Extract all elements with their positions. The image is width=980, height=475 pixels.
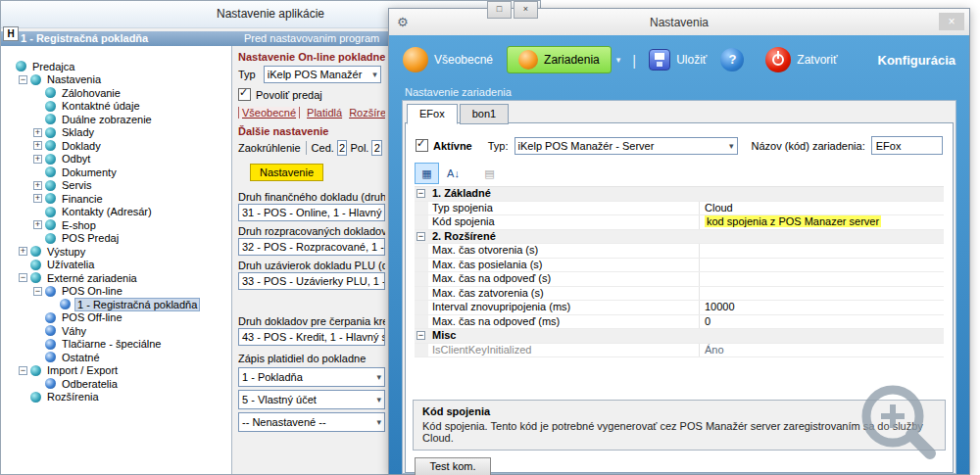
expand-icon[interactable]: +	[33, 155, 42, 164]
expand-icon[interactable]: +	[19, 247, 27, 256]
property-value[interactable]	[700, 287, 944, 301]
zoom-watermark-icon	[848, 374, 946, 467]
tree-item[interactable]: Váhy	[1, 324, 231, 338]
property-value[interactable]: 10000	[700, 301, 944, 314]
tree-item[interactable]: Kontaktné údaje	[1, 100, 231, 114]
grid-row[interactable]: Max. čas zatvorenia (s)	[415, 287, 944, 302]
tree-item[interactable]: −Externé zariadenia	[1, 271, 231, 285]
collapse-icon[interactable]: −	[416, 189, 425, 198]
property-value[interactable]	[700, 272, 944, 286]
property-value[interactable]: Cloud	[700, 202, 944, 215]
tree-item[interactable]: Rozšírenia	[1, 391, 231, 404]
collapse-icon[interactable]: −	[19, 75, 27, 84]
test-kom-button[interactable]: Test kom.	[415, 457, 491, 475]
property-value[interactable]	[699, 187, 944, 201]
tree-item[interactable]: +Výstupy	[1, 245, 231, 259]
tab-bon1[interactable]: bon1	[460, 104, 509, 124]
grid-row[interactable]: Max. čas posielania (s)	[415, 259, 944, 273]
tree-item[interactable]: Dokumenty	[1, 166, 231, 179]
property-value[interactable]	[700, 244, 944, 258]
aktivne-checkbox[interactable]: ✓	[416, 139, 428, 152]
property-value[interactable]: 0	[700, 315, 944, 329]
tree-item[interactable]: Užívatelia	[1, 259, 231, 272]
ced-input[interactable]: 2	[337, 140, 348, 156]
expand-icon[interactable]: +	[33, 220, 42, 229]
tree-item[interactable]: +Servis	[1, 179, 231, 193]
categorized-view-button[interactable]: ▦	[415, 163, 439, 184]
property-value[interactable]	[699, 329, 944, 343]
expand-icon[interactable]: +	[33, 141, 42, 150]
typ-combobox[interactable]: iKelp POS Manažér ▾	[264, 66, 381, 83]
zariadenia-button[interactable]: Zariadenia	[507, 46, 612, 73]
payment-select[interactable]: 1 - Pokladňa▾	[238, 367, 385, 387]
vseobecne-button[interactable]: Všeobecné	[403, 47, 493, 72]
nastavenie-button[interactable]: Nastavenie	[250, 164, 323, 181]
collapse-icon[interactable]: −	[19, 273, 27, 282]
field-input[interactable]: 32 - POS - Rozpracované, 1 - Hlavn	[238, 238, 385, 256]
grid-category-row[interactable]: −Misc	[415, 329, 944, 344]
povolit-predaj-checkbox[interactable]: ✓	[238, 88, 251, 101]
collapse-icon[interactable]: −	[33, 287, 42, 296]
collapse-icon[interactable]: −	[19, 366, 27, 375]
grid-category-row[interactable]: −1. Základné	[415, 187, 944, 202]
expand-icon[interactable]: +	[33, 181, 42, 190]
collapse-icon[interactable]: −	[416, 331, 425, 340]
tree-item[interactable]: Tlačiarne - špeciálne	[1, 338, 231, 352]
subtab-1[interactable]: Všeobecné	[238, 107, 300, 119]
grid-row[interactable]: IsClientKeyInitializedÁno	[415, 344, 944, 358]
maximize-button[interactable]: □	[487, 1, 512, 19]
ulozit-button[interactable]: Uložiť	[649, 49, 707, 71]
tree-item[interactable]: Zálohovanie	[1, 86, 231, 100]
tree-item[interactable]: +Financie	[1, 192, 231, 206]
payment-select[interactable]: -- Nenastavené --▾	[238, 412, 385, 432]
tree-item[interactable]: +Odbyt	[1, 153, 231, 166]
hotkey-badge: H	[3, 26, 19, 41]
payment-select[interactable]: 5 - Vlastný účet▾	[238, 390, 385, 409]
grid-row[interactable]: Interval znovupripojenia (ms)10000	[415, 301, 944, 315]
collapse-icon[interactable]: −	[416, 232, 425, 241]
device-name-input[interactable]: EFox	[871, 136, 943, 155]
field-input[interactable]: 31 - POS - Online, 1 - Hlavný sklad	[238, 204, 385, 221]
tree-item[interactable]: −POS On-line	[1, 285, 231, 299]
property-value[interactable]	[700, 259, 944, 272]
expand-icon[interactable]: +	[33, 194, 42, 203]
tree-item[interactable]: Predajca	[1, 60, 231, 73]
tree-item[interactable]: Kontakty (Adresár)	[1, 206, 231, 219]
property-value[interactable]: Áno	[700, 344, 944, 357]
tree-item[interactable]: +Sklady	[1, 126, 231, 140]
grid-row[interactable]: Kód spojeniakod spojenia z POS Manazer s…	[415, 215, 944, 230]
expand-icon[interactable]: +	[33, 128, 42, 137]
field-input[interactable]: 33 - POS - Uzávierky PLU, 1 - Hlavn	[238, 272, 385, 290]
tree-item[interactable]: 1 - Registračná pokladňa	[1, 298, 231, 311]
tree-item[interactable]: Odberatelia	[1, 377, 231, 391]
close-button[interactable]: ×	[514, 1, 538, 19]
grid-category-row[interactable]: −2. Rozšírené	[415, 230, 944, 245]
dialog-close-button[interactable]: ×	[939, 13, 964, 30]
tree-item[interactable]: −Import / Export	[1, 364, 231, 378]
subtab-3[interactable]: Rozšíre	[349, 107, 385, 119]
property-pages-button[interactable]: ▤	[477, 163, 502, 184]
grid-row[interactable]: Max. čas otvorenia (s)	[415, 244, 944, 259]
subtab-2[interactable]: Platidlá	[307, 107, 342, 119]
zatvorit-button[interactable]: Zatvoriť	[765, 47, 837, 72]
property-value[interactable]: kod spojenia z POS Manazer server	[700, 215, 944, 229]
tab-EFox[interactable]: EFox	[407, 104, 458, 124]
tree-item[interactable]: POS Predaj	[1, 232, 231, 246]
help-button[interactable]: ?	[720, 48, 744, 71]
tree-item[interactable]: Ostatné	[1, 351, 231, 364]
property-value[interactable]	[699, 230, 944, 244]
tree-item[interactable]: +E-shop	[1, 218, 231, 232]
alphabetical-view-button[interactable]: A↓	[441, 163, 466, 184]
device-icon	[60, 299, 71, 309]
grid-row[interactable]: Max. čas na odpoveď (s)	[415, 272, 944, 287]
pol-input[interactable]: 2	[371, 140, 382, 156]
zariadenia-dropdown-icon[interactable]: ▾	[616, 55, 621, 65]
grid-row[interactable]: Typ spojeniaCloud	[415, 202, 944, 216]
tree-item[interactable]: −Nastavenia	[1, 73, 231, 87]
tree-item[interactable]: Duálne zobrazenie	[1, 113, 231, 126]
tree-item[interactable]: +Doklady	[1, 139, 231, 153]
tree-item[interactable]: POS Off-line	[1, 311, 231, 325]
device-type-combobox[interactable]: iKelp POS Manažér - Server ▾	[514, 137, 738, 155]
field-input[interactable]: 43 - POS - Kredit, 1 - Hlavný sklad	[238, 328, 385, 346]
grid-row[interactable]: Max. čas na odpoveď (ms)0	[415, 315, 944, 330]
